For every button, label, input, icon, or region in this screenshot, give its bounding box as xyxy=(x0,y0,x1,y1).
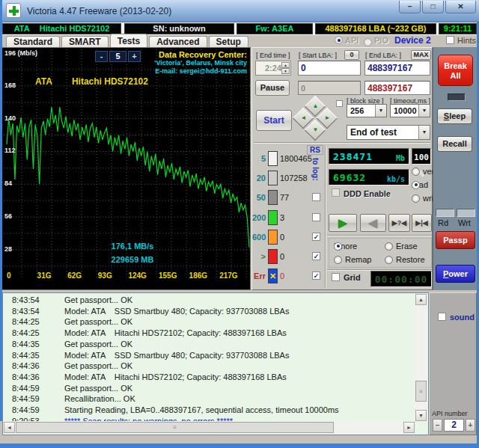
ignore-radio[interactable] xyxy=(334,242,342,251)
ddd-label: DDD Enable xyxy=(344,189,391,198)
start-lba-input[interactable]: 0 xyxy=(298,61,361,76)
to-log-checkbox[interactable]: ✓ xyxy=(312,233,320,241)
lcd-speed: 69632 kb/s xyxy=(329,169,409,185)
log-lines: 8:43:54Get passport... OK8:43:54Model: A… xyxy=(3,295,415,421)
remap-label: Remap xyxy=(345,255,371,264)
tab-tests[interactable]: Tests xyxy=(110,34,147,47)
block-size-select[interactable]: 256▼ xyxy=(347,104,387,117)
log-text: Model: ATA Hitachi HDS72102; Capacity: 4… xyxy=(64,372,287,381)
to-log-checkbox[interactable]: ✓ xyxy=(312,252,320,260)
api-number-plus-button[interactable]: + xyxy=(466,419,475,432)
log-time: 8:44:59 xyxy=(12,383,48,394)
lcd-position: 238471 Mb xyxy=(329,148,409,165)
tab-standard[interactable]: Standard xyxy=(6,36,60,47)
end-action-select[interactable]: End of test▼ xyxy=(347,125,430,140)
clock-segment: 9:21:11 xyxy=(439,23,477,34)
title-bar[interactable]: Victoria 4.47 Freeware (2013-02-20) – □ … xyxy=(0,0,479,22)
end-time-spinner[interactable]: 2:24 ▲▼ xyxy=(255,61,291,76)
scroll-up-icon[interactable]: ▲ xyxy=(415,294,427,305)
scroll-right-icon[interactable]: ► xyxy=(403,422,415,433)
log-horizontal-scrollbar[interactable]: ◄ ► ≡ xyxy=(4,422,415,434)
sleep-button[interactable]: Sleep xyxy=(437,108,472,124)
erase-radio[interactable] xyxy=(385,242,393,251)
x-tick: 186G xyxy=(189,271,207,280)
counter-label: 600 xyxy=(252,230,266,245)
break-all-button[interactable]: Break All xyxy=(438,55,473,86)
remap-radio[interactable] xyxy=(334,256,342,264)
counter-row-600: 6000✓ xyxy=(252,230,325,245)
close-button[interactable]: ✕ xyxy=(445,1,476,13)
block-size-dropdown-icon[interactable]: ▼ xyxy=(375,105,386,117)
readout-speed: 176,1 MB/s xyxy=(98,239,167,253)
defect-action-ignore[interactable]: Ignore xyxy=(334,242,357,251)
log-listbox[interactable]: 8:43:54Get passport... OK8:43:54Model: A… xyxy=(2,292,429,435)
hints-label: Hints xyxy=(457,36,476,45)
scroll-down-icon[interactable]: ▼ xyxy=(415,410,427,421)
timeout-dropdown-icon[interactable]: ▼ xyxy=(418,105,430,117)
sound-label: sound xyxy=(450,313,475,322)
power-button[interactable]: Power xyxy=(436,265,475,283)
ddd-checkbox[interactable] xyxy=(332,188,340,197)
pio-radio[interactable] xyxy=(364,38,372,46)
mode-read[interactable]: read xyxy=(412,180,428,189)
defect-action-erase[interactable]: Erase xyxy=(385,242,418,251)
log-line: 8:44:59Starting Reading, LBA=0..48839716… xyxy=(3,405,415,416)
seek-nav-pad: ▲◄►▼ xyxy=(294,97,336,139)
vscroll-thumb[interactable]: ≡ xyxy=(415,381,427,402)
to-log-checkbox[interactable]: ✓ xyxy=(312,271,320,280)
api-label: API xyxy=(345,36,359,45)
drive-model-segment: ATAHitachi HDS72102 xyxy=(2,23,121,34)
api-number-minus-button[interactable]: – xyxy=(433,419,442,432)
seek-error-button[interactable]: ▶?◀ xyxy=(388,214,410,232)
hints-checkbox[interactable] xyxy=(446,36,454,44)
restore-label: Restore xyxy=(396,255,425,264)
x-tick: 62G xyxy=(67,271,82,280)
tab-advanced[interactable]: Advanced xyxy=(149,36,207,47)
pause-button[interactable]: Pause xyxy=(255,80,290,96)
start-button[interactable]: Start xyxy=(256,110,292,131)
end-action-dropdown-icon[interactable]: ▼ xyxy=(418,126,430,139)
play-button[interactable]: ▶ xyxy=(329,214,357,232)
maximize-button[interactable]: □ xyxy=(422,1,444,13)
log-text: Get passport... OK xyxy=(64,384,132,393)
minimize-button[interactable]: – xyxy=(399,1,421,13)
read-radio[interactable] xyxy=(412,181,420,189)
write-radio[interactable] xyxy=(412,194,420,203)
sound-checkbox[interactable] xyxy=(438,313,446,321)
log-line: 8:44:59Recallibration... OK xyxy=(3,393,415,405)
tab-setup[interactable]: Setup xyxy=(209,36,248,47)
graph-zoom-control: - 5 + xyxy=(95,51,141,62)
x-tick: 124G xyxy=(128,271,146,280)
to-log-checkbox[interactable] xyxy=(312,213,320,221)
end-time-down-icon[interactable]: ▼ xyxy=(281,68,290,74)
nav-checkbox[interactable] xyxy=(336,100,343,107)
passp-button[interactable]: Passp xyxy=(436,231,475,249)
tests-panel: [ End time ] [ Start LBA: ] 0 [ End LBA:… xyxy=(251,47,433,290)
log-time: 8:44:36 xyxy=(12,360,48,372)
end-time-up-icon[interactable]: ▲ xyxy=(281,62,290,68)
hscroll-thumb[interactable]: ≡ xyxy=(16,422,334,433)
log-vertical-scrollbar[interactable]: ▲ ▼ ≡ xyxy=(415,294,427,421)
speed-graph: 196 (Mb/s)168140112845628 031G62G93G124G… xyxy=(1,47,251,290)
back-button[interactable]: ◀ xyxy=(360,214,386,232)
tab-smart[interactable]: SMART xyxy=(61,36,109,47)
end-lba-input2[interactable]: 488397167 xyxy=(364,81,430,95)
verify-radio[interactable] xyxy=(412,168,420,176)
graph-zoom-plus-button[interactable]: + xyxy=(128,51,141,62)
defect-action-restore[interactable]: Restore xyxy=(385,255,425,264)
start-lba-zero-button[interactable]: 0 xyxy=(344,50,359,60)
graph-zoom-minus-button[interactable]: - xyxy=(95,51,108,62)
defect-action-remap[interactable]: Remap xyxy=(334,255,371,264)
restore-radio[interactable] xyxy=(385,256,393,264)
seek-edge-button[interactable]: ▶|◀ xyxy=(412,214,432,232)
api-radio[interactable] xyxy=(335,36,343,44)
scroll-left-icon[interactable]: ◄ xyxy=(4,422,15,433)
grid-checkbox[interactable] xyxy=(332,273,340,281)
to-log-checkbox[interactable] xyxy=(312,193,320,201)
counter-row->: >0✓ xyxy=(252,249,325,264)
recall-button[interactable]: Recall xyxy=(437,136,472,152)
max-button[interactable]: MAX xyxy=(411,50,431,60)
end-lba-input[interactable]: 488397167 xyxy=(364,61,430,76)
timeout-select[interactable]: 10000▼ xyxy=(390,104,430,117)
counter-color-box xyxy=(268,230,278,245)
